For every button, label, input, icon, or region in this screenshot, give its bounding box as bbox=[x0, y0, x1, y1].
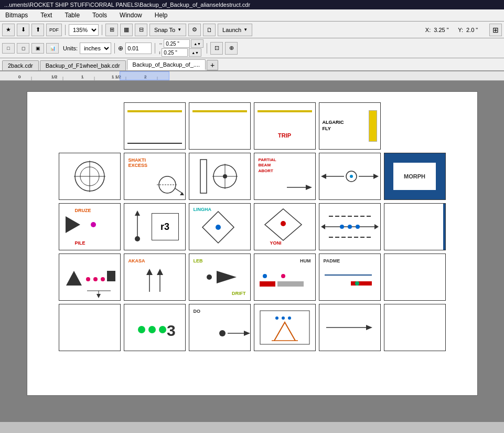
zoom-select[interactable]: 135% 100% 75% bbox=[69, 24, 99, 36]
svg-marker-31 bbox=[66, 216, 80, 233]
svg-marker-57 bbox=[146, 269, 153, 275]
x-coord: 3.25 " bbox=[434, 27, 455, 33]
svg-marker-59 bbox=[157, 269, 163, 275]
leb-svg bbox=[189, 254, 247, 296]
launch-label: Launch bbox=[222, 27, 241, 33]
svg-rect-76 bbox=[260, 311, 309, 344]
yoni-svg bbox=[254, 204, 312, 246]
tb2-add[interactable]: ⊕ bbox=[225, 42, 238, 55]
panel-circle-target bbox=[189, 153, 251, 200]
menu-help[interactable]: Help bbox=[152, 10, 171, 20]
panel-shakti: SHAKTIEXCESS bbox=[124, 153, 186, 200]
svg-text:1: 1 bbox=[81, 75, 84, 79]
tb-btn-2[interactable]: ⬇ bbox=[17, 24, 29, 36]
menu-table[interactable]: Table bbox=[61, 10, 83, 20]
tb2-transform[interactable]: ⊡ bbox=[210, 42, 223, 55]
tab-add-btn[interactable]: + bbox=[207, 60, 218, 70]
row-4: AKASA LEB DRIFT bbox=[38, 254, 467, 301]
svg-point-49 bbox=[86, 277, 90, 281]
hum-svg bbox=[254, 254, 312, 296]
panel-empty-r4-6 bbox=[384, 254, 446, 301]
panel-lambda bbox=[254, 304, 316, 351]
svg-text:1/2: 1/2 bbox=[51, 75, 58, 79]
svg-marker-48 bbox=[66, 271, 82, 286]
svg-point-45 bbox=[348, 225, 352, 229]
panel-algaric-fly: ALGARICFLY bbox=[319, 102, 381, 150]
row-0: TRIP ALGARICFLY bbox=[38, 102, 467, 150]
tab-2back[interactable]: 2back.cdr bbox=[2, 60, 39, 70]
arrow-dot-svg bbox=[321, 155, 379, 197]
sep-1 bbox=[65, 25, 66, 35]
panel-arrow-line bbox=[319, 304, 381, 351]
panel-yoni: YONI bbox=[254, 203, 316, 250]
offset-input-2[interactable] bbox=[162, 48, 188, 57]
panel-dashes bbox=[319, 203, 381, 250]
panel-arrow-dot bbox=[319, 153, 381, 200]
svg-rect-62 bbox=[260, 281, 275, 287]
svg-rect-0 bbox=[0, 71, 504, 81]
ruler-horizontal: 0 1/2 1 1 1/2 2 bbox=[0, 71, 504, 81]
tab-f1wheel[interactable]: Backup_of_F1wheel_bak.cdr bbox=[40, 60, 126, 70]
tb2-btn1[interactable]: □ bbox=[2, 43, 15, 54]
svg-marker-17 bbox=[180, 192, 184, 195]
r3-arrow-svg bbox=[130, 208, 145, 245]
svg-point-73 bbox=[219, 330, 226, 336]
grid-btn[interactable]: ⊞ bbox=[489, 24, 502, 36]
svg-marker-28 bbox=[321, 174, 326, 179]
menu-bar: Bitmaps Text Table Tools Window Help bbox=[0, 9, 504, 22]
panel-hum: HUM bbox=[254, 254, 316, 301]
svg-rect-67 bbox=[351, 281, 372, 286]
svg-point-39 bbox=[281, 221, 286, 226]
r3-label: r3 bbox=[160, 221, 169, 233]
tb2-btn4[interactable]: 📊 bbox=[46, 43, 59, 54]
tb-view-btn[interactable]: ⊞ bbox=[105, 24, 118, 36]
tb2-btn3[interactable]: ▣ bbox=[31, 43, 44, 54]
tb-btn-3[interactable]: ⬆ bbox=[31, 24, 44, 36]
units-label: Units: bbox=[63, 45, 78, 51]
menu-bitmaps[interactable]: Bitmaps bbox=[2, 10, 31, 20]
offset-arrows-2[interactable]: ▲▼ bbox=[189, 48, 201, 57]
tab-backup[interactable]: Backup_of_Backup_of_.... bbox=[127, 59, 206, 70]
svg-marker-61 bbox=[217, 271, 237, 283]
units-select[interactable]: inches mm cm bbox=[80, 43, 111, 54]
trip-label: TRIP bbox=[278, 132, 291, 139]
akasa-svg bbox=[139, 266, 170, 297]
svg-point-37 bbox=[216, 225, 221, 230]
nudge-input[interactable] bbox=[125, 43, 152, 54]
arrow-line-svg bbox=[321, 307, 379, 348]
panel-akasa: AKASA bbox=[124, 254, 186, 301]
panel-padme: PADME bbox=[319, 254, 381, 301]
svg-marker-34 bbox=[135, 210, 140, 216]
svg-point-32 bbox=[91, 222, 96, 227]
offset-input-1[interactable] bbox=[164, 39, 190, 48]
panel-do: DO bbox=[189, 304, 251, 351]
title-bar: ...uments\ROCKET SHIP STUFF\CORRAL PANEL… bbox=[0, 0, 504, 9]
launch-arrow: ▼ bbox=[243, 27, 248, 32]
panel-r0-1 bbox=[124, 102, 186, 150]
tb-btn-pdf[interactable]: PDF bbox=[46, 24, 62, 36]
lingha-svg bbox=[189, 204, 247, 246]
toolbar-1: ★ ⬇ ⬆ PDF 135% 100% 75% ⊞ ▦ ⊟ Snap To ▼ … bbox=[0, 22, 504, 38]
svg-point-60 bbox=[207, 274, 212, 280]
tb2-btn2[interactable]: ◻ bbox=[17, 43, 29, 54]
tb-view-btn3[interactable]: ⊟ bbox=[135, 24, 147, 36]
tb-btn-1[interactable]: ★ bbox=[2, 24, 15, 36]
panel-3-dots: 3 bbox=[124, 304, 186, 351]
menu-tools[interactable]: Tools bbox=[89, 10, 110, 20]
page-btn[interactable]: 🗋 bbox=[203, 24, 216, 36]
panel-crosshair bbox=[59, 153, 121, 200]
shakti-circle-svg bbox=[146, 170, 183, 196]
svg-point-79 bbox=[288, 316, 291, 320]
tb-view-btn2[interactable]: ▦ bbox=[120, 24, 133, 36]
snap-to-btn[interactable]: Snap To ▼ bbox=[149, 24, 186, 36]
menu-text[interactable]: Text bbox=[37, 10, 55, 20]
menu-window[interactable]: Window bbox=[116, 10, 145, 20]
tab-2back-label: 2back.cdr bbox=[8, 62, 33, 69]
settings-btn[interactable]: ⚙ bbox=[188, 24, 201, 36]
sep-5 bbox=[207, 43, 207, 54]
svg-point-26 bbox=[350, 175, 353, 178]
offset-arrows-1[interactable]: ▲▼ bbox=[191, 39, 203, 48]
panel-r0-2 bbox=[189, 102, 251, 150]
svg-point-77 bbox=[275, 316, 278, 320]
launch-btn[interactable]: Launch ▼ bbox=[218, 24, 252, 36]
